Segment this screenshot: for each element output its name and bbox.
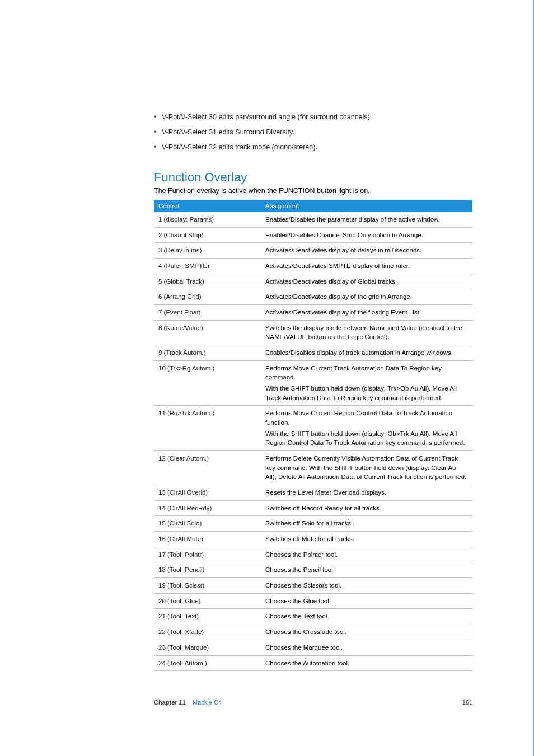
bullet-item: V-Pot/V-Select 30 edits pan/surround ang… [154, 112, 472, 123]
table-body: 1 (display: Params)Enables/Disables the … [154, 212, 472, 671]
table-row: 10 (Trk>Rg Autom.)Performs Move Current … [154, 360, 472, 406]
cell-control: 11 (Rg>Trk Autom.) [154, 406, 261, 451]
cell-assignment: Chooses the Scissors tool. [261, 578, 472, 594]
table-row: 2 (Channl Strip)Enables/Disables Channel… [154, 227, 472, 243]
table-row: 16 (ClrAll Mute)Switches off Mute for al… [154, 532, 472, 547]
cell-assignment: Performs Move Current Region Control Dat… [261, 406, 472, 451]
table-row: 8 (Name/Value)Switches the display mode … [154, 320, 472, 345]
cell-assignment: Chooses the Pointer tool. [261, 547, 472, 562]
cell-assignment: Enables/Disables Channel Strip Only opti… [261, 227, 472, 243]
cell-assignment: Switches off Solo for all tracks. [261, 516, 472, 532]
cell-assignment: Chooses the Glue tool. [261, 593, 472, 609]
cell-control: 14 (ClrAll RecRdy) [154, 500, 261, 516]
cell-assignment: Chooses the Automation tool. [261, 655, 472, 671]
table-row: 13 (ClrAll Overld)Resets the Level Meter… [154, 485, 472, 501]
cell-assignment: Enables/Disables the parameter display o… [261, 212, 472, 227]
assignment-table: Control Assignment 1 (display: Params)En… [154, 200, 472, 671]
cell-control: 1 (display: Params) [154, 212, 261, 227]
table-row: 24 (Tool: Autom.)Chooses the Automation … [154, 655, 472, 671]
cell-assignment: Chooses the Marquee tool. [261, 640, 472, 655]
cell-control: 22 (Tool: Xfade) [154, 624, 261, 640]
bullet-item: V-Pot/V-Select 31 edits Surround Diversi… [154, 127, 472, 138]
table-row: 7 (Event Float)Activates/Deactivates dis… [154, 305, 472, 321]
cell-control: 16 (ClrAll Mute) [154, 532, 261, 547]
cell-assignment: Switches the display mode between Name a… [261, 320, 472, 345]
page-footer: Chapter 11 Mackie C4 161 [154, 699, 472, 706]
table-row: 21 (Tool: Text)Chooses the Text tool. [154, 609, 472, 624]
section-intro: The Function overlay is active when the … [154, 186, 472, 196]
cell-control: 3 (Delay in ms) [154, 243, 261, 259]
table-row: 4 (Ruler: SMPTE)Activates/Deactivates SM… [154, 259, 472, 274]
table-row: 23 (Tool: Marque)Chooses the Marquee too… [154, 640, 472, 655]
bullet-list: V-Pot/V-Select 30 edits pan/surround ang… [154, 112, 472, 152]
cell-control: 21 (Tool: Text) [154, 609, 261, 624]
cell-control: 15 (ClrAll Solo) [154, 516, 261, 532]
cell-control: 6 (Arrang Grid) [154, 289, 261, 305]
cell-control: 24 (Tool: Autom.) [154, 655, 261, 671]
footer-link[interactable]: Mackie C4 [193, 699, 222, 706]
table-row: 14 (ClrAll RecRdy)Switches off Record Re… [154, 500, 472, 516]
cell-control: 20 (Tool: Glue) [154, 593, 261, 609]
table-row: 17 (Tool: Pointr)Chooses the Pointer too… [154, 547, 472, 562]
cell-assignment-sub: With the SHIFT button held down (display… [265, 384, 468, 402]
cell-assignment: Resets the Level Meter Overload displays… [261, 485, 472, 501]
table-row: 9 (Track Autom.)Enables/Disables display… [154, 345, 472, 361]
cell-assignment: Chooses the Text tool. [261, 609, 472, 624]
cell-control: 5 (Global Track) [154, 274, 261, 289]
cell-control: 8 (Name/Value) [154, 320, 261, 345]
cell-control: 9 (Track Autom.) [154, 345, 261, 361]
section-heading: Function Overlay [154, 170, 472, 185]
footer-page: 161 [462, 699, 472, 706]
table-row: 3 (Delay in ms)Activates/Deactivates dis… [154, 243, 472, 259]
table-row: 18 (Tool: Pencil)Chooses the Pencil tool… [154, 562, 472, 578]
footer-chapter: Chapter 11 [154, 699, 186, 706]
cell-control: 13 (ClrAll Overld) [154, 485, 261, 501]
table-row: 11 (Rg>Trk Autom.)Performs Move Current … [154, 406, 472, 451]
cell-assignment: Switches off Mute for all tracks. [261, 532, 472, 547]
cell-assignment: Activates/Deactivates SMPTE display of t… [261, 259, 472, 274]
cell-control: 19 (Tool: Scissr) [154, 578, 261, 594]
cell-assignment: Activates/Deactivates display of the flo… [261, 305, 472, 321]
table-header-control: Control [154, 200, 261, 212]
cell-assignment: Activates/Deactivates display of Global … [261, 274, 472, 289]
cell-control: 23 (Tool: Marque) [154, 640, 261, 655]
cell-control: 7 (Event Float) [154, 305, 261, 321]
table-row: 12 (Clear Autom.)Performs Delete Current… [154, 451, 472, 485]
cell-control: 17 (Tool: Pointr) [154, 547, 261, 562]
cell-control: 12 (Clear Autom.) [154, 451, 261, 485]
table-row: 1 (display: Params)Enables/Disables the … [154, 212, 472, 227]
cell-assignment: Performs Delete Currently Visible Automa… [261, 451, 472, 485]
cell-assignment-sub: With the SHIFT button held down (display… [265, 429, 468, 448]
cell-control: 4 (Ruler: SMPTE) [154, 259, 261, 274]
cell-control: 2 (Channl Strip) [154, 227, 261, 243]
table-row: 19 (Tool: Scissr)Chooses the Scissors to… [154, 578, 472, 594]
table-row: 15 (ClrAll Solo)Switches off Solo for al… [154, 516, 472, 532]
bullet-item: V-Pot/V-Select 32 edits track mode (mono… [154, 142, 472, 153]
table-row: 20 (Tool: Glue)Chooses the Glue tool. [154, 593, 472, 609]
cell-control: 18 (Tool: Pencil) [154, 562, 261, 578]
table-row: 22 (Tool: Xfade)Chooses the Crossfade to… [154, 624, 472, 640]
cell-assignment: Activates/Deactivates display of delays … [261, 243, 472, 259]
cell-assignment: Chooses the Pencil tool. [261, 562, 472, 578]
cell-assignment: Chooses the Crossfade tool. [261, 624, 472, 640]
table-row: 5 (Global Track)Activates/Deactivates di… [154, 274, 472, 289]
table-row: 6 (Arrang Grid)Activates/Deactivates dis… [154, 289, 472, 305]
table-header-assignment: Assignment [261, 200, 472, 212]
cell-assignment: Enables/Disables display of track automa… [261, 345, 472, 361]
cell-assignment: Performs Move Current Track Automation D… [261, 360, 472, 406]
cell-assignment: Activates/Deactivates display of the gri… [261, 289, 472, 305]
cell-assignment: Switches off Record Ready for all tracks… [261, 500, 472, 516]
cell-control: 10 (Trk>Rg Autom.) [154, 360, 261, 406]
